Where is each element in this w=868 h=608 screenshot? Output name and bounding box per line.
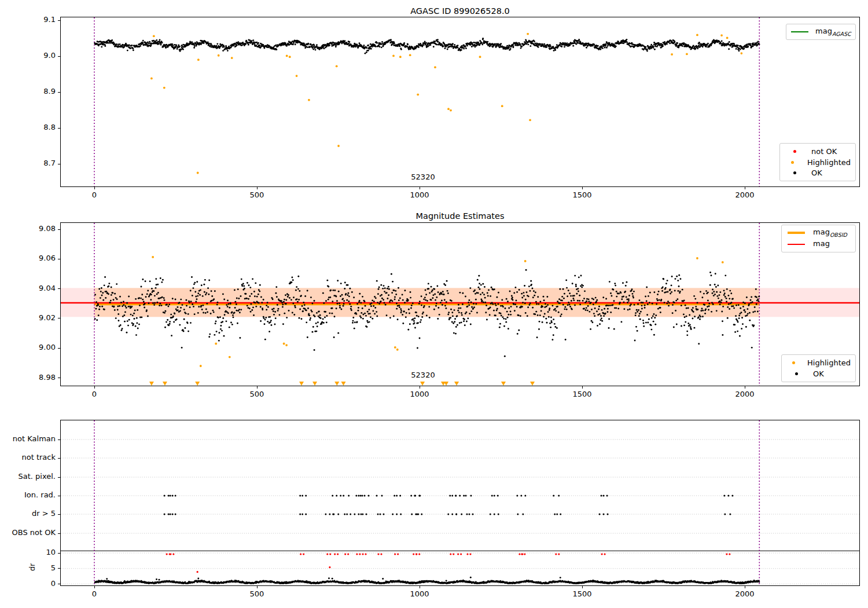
x-tick-label: 1000: [399, 589, 440, 598]
figure-canvas: AGASC ID 899026528.0 Magnitude Estimates…: [0, 0, 868, 608]
top-plot-title: AGASC ID 899026528.0: [286, 6, 634, 16]
category-label: not track: [0, 453, 56, 462]
highlighted-dot-swatch: [792, 361, 795, 364]
y-tick: [58, 348, 61, 349]
x-tick-label: 500: [237, 589, 277, 598]
y-tick: [58, 477, 61, 478]
x-tick-label: 2000: [724, 390, 765, 398]
x-tick: [582, 187, 583, 189]
x-tick-label: 1000: [399, 191, 440, 199]
legend-handle: [785, 171, 804, 174]
x-tick-label: 0: [74, 589, 115, 598]
x-tick: [257, 187, 258, 189]
ok-dot-swatch: [795, 372, 798, 375]
legend-handle: [786, 361, 800, 364]
legend-row: magOBSID: [786, 228, 851, 238]
x-tick-label: 0: [74, 390, 115, 398]
legend-row: OK: [786, 369, 851, 378]
x-tick-label: 1500: [562, 589, 602, 598]
x-tick-label: 1000: [399, 390, 440, 398]
category-label: Ion. rad.: [0, 490, 56, 499]
x-tick-label: 1500: [562, 390, 602, 398]
y-tick: [58, 458, 61, 459]
legend-label: not OK: [811, 147, 837, 156]
category-label: not Kalman: [0, 434, 56, 443]
x-tick-label: 2000: [724, 589, 765, 598]
legend-label: Highlighted: [807, 358, 851, 367]
y-tick: [58, 439, 61, 440]
legend-handle: [785, 150, 804, 153]
legend-handle: [791, 31, 808, 33]
legend-label: Highlighted: [807, 158, 851, 167]
y-tick-label: 9.06: [0, 254, 56, 262]
x-tick-label: 0: [74, 191, 115, 199]
legend-top-markers: not OK Highlighted OK: [779, 143, 856, 181]
x-tick: [582, 586, 583, 588]
legend-label: magAGASC: [815, 27, 851, 37]
y-tick-label: 9.02: [0, 313, 56, 322]
y-tick: [58, 229, 61, 230]
y-tick: [58, 533, 61, 534]
y-tick: [58, 318, 61, 318]
top-plot-area: [60, 17, 860, 187]
top-plot-canvas: [61, 17, 859, 186]
dr-tick-label: 10: [0, 548, 56, 556]
y-tick: [58, 378, 61, 378]
legend-row: magAGASC: [791, 27, 851, 37]
y-tick: [58, 553, 61, 554]
y-tick-label: 8.7: [0, 159, 56, 167]
y-tick: [58, 568, 61, 569]
y-tick: [58, 20, 61, 21]
mag-agasc-line-swatch: [791, 31, 808, 33]
dr-tick-label: 0: [0, 579, 56, 588]
x-tick-label: 2000: [724, 191, 765, 199]
y-tick-label: 9.04: [0, 284, 56, 292]
legend-handle: [786, 244, 806, 246]
x-tick: [745, 386, 745, 389]
x-tick: [257, 586, 258, 588]
legend-mag-agasc: magAGASC: [786, 24, 856, 40]
middle-plot-area: [60, 222, 860, 386]
legend-row: Highlighted: [785, 158, 851, 167]
y-tick: [58, 92, 61, 93]
legend-row: Highlighted: [786, 358, 851, 367]
x-tick-label: 500: [237, 390, 277, 398]
bottom-plot-area: [60, 420, 860, 586]
middle-plot-canvas: [61, 223, 859, 386]
x-tick-label: 1500: [562, 191, 602, 199]
y-tick-label: 8.8: [0, 123, 56, 131]
category-label: OBS not OK: [0, 528, 56, 537]
y-tick: [58, 514, 61, 515]
mag-line-swatch: [788, 244, 805, 246]
legend-row: mag: [786, 239, 851, 250]
y-tick: [58, 259, 61, 259]
y-tick-label: 8.9: [0, 87, 56, 96]
y-tick: [58, 496, 61, 496]
x-tick: [94, 586, 95, 588]
mag-obsid-line-swatch: [788, 232, 805, 234]
x-tick: [420, 586, 420, 588]
x-tick: [420, 386, 420, 389]
obsid-annotation-middle: 52320: [403, 371, 443, 379]
y-tick: [58, 56, 61, 57]
legend-label: OK: [813, 369, 824, 378]
x-tick: [94, 386, 95, 389]
y-tick-label: 9.08: [0, 224, 56, 233]
legend-row: OK: [785, 169, 851, 177]
x-tick: [420, 187, 420, 189]
y-tick: [58, 128, 61, 129]
legend-handle: [786, 232, 806, 234]
y-tick-label: 9.1: [0, 15, 56, 24]
dr-tick-label: 5: [0, 563, 56, 572]
y-tick-label: 9.0: [0, 51, 56, 60]
obsid-annotation-top: 52320: [403, 173, 443, 181]
x-tick: [745, 586, 745, 588]
legend-label: magOBSID: [813, 228, 847, 238]
y-tick-label: 8.98: [0, 373, 56, 382]
y-tick-label: 9.00: [0, 343, 56, 351]
middle-plot-title: Magnitude Estimates: [286, 211, 634, 221]
x-tick-label: 500: [237, 191, 277, 199]
legend-middle-markers: Highlighted OK: [781, 354, 856, 382]
not-ok-dot-swatch: [793, 150, 796, 153]
category-label: dr > 5: [0, 509, 56, 518]
